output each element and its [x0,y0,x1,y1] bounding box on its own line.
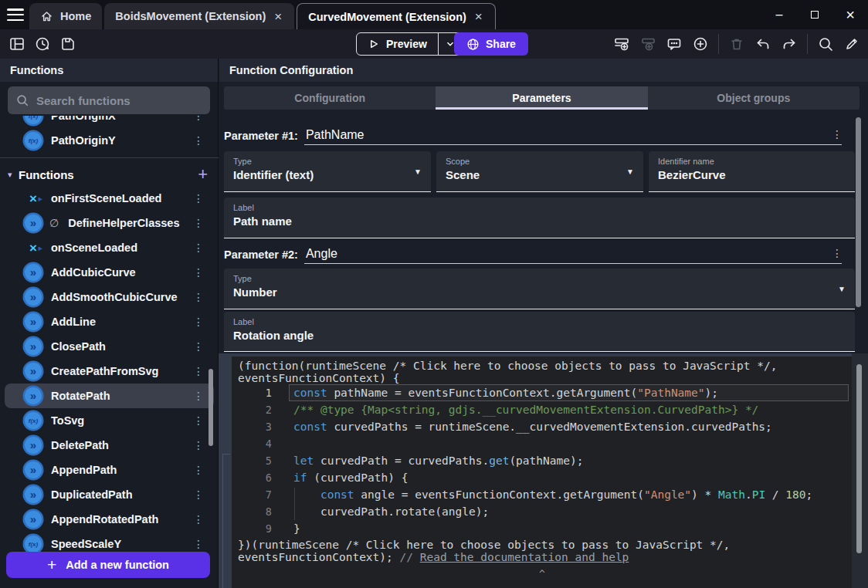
add-function-button[interactable]: + Add a new function [6,552,210,578]
parameters-scrollbar[interactable] [856,117,861,307]
function-list-item[interactable]: »AppendPath⋮ [5,458,214,482]
item-menu-button[interactable]: ⋮ [191,538,206,550]
version-history-icon[interactable] [34,35,51,52]
action-function-icon: » [25,511,42,528]
param1-identifier-field[interactable]: Identifier name BezierCurve [649,151,855,192]
parameter-1-name-input[interactable]: PathName [304,128,842,145]
tab-object-groups[interactable]: Object groups [648,86,860,110]
minimize-button[interactable]: – [761,0,797,29]
functions-section-header[interactable]: ▾Functions+ [0,163,219,186]
action-function-icon: » [25,461,42,478]
fx-glyph: f(x) [29,541,38,548]
item-menu-button[interactable]: ⋮ [191,464,206,476]
search-input[interactable] [36,94,202,107]
function-list-item[interactable]: ×▸onFirstSceneLoaded⋮ [5,186,214,211]
item-menu-button[interactable]: ⋮ [191,291,206,303]
code-line[interactable]: 4 [232,435,852,452]
add-comment-icon[interactable] [666,35,683,52]
maximize-button[interactable] [797,0,832,29]
sidebar-scrollbar[interactable] [209,369,213,446]
tab-curvedmovement[interactable]: CurvedMovement (Extension) × [297,3,496,29]
tab-home[interactable]: Home [29,3,102,29]
item-menu-button[interactable]: ⋮ [191,439,206,451]
add-other-event-icon[interactable] [692,35,709,52]
add-function-plus-icon[interactable]: + [198,166,208,183]
item-menu-button[interactable]: ⋮ [191,316,206,328]
action-function-icon: » [25,486,42,503]
code-scrollbar[interactable] [856,364,862,553]
function-list-item[interactable]: »ClosePath⋮ [5,334,214,359]
function-list-item[interactable]: »∅DefineHelperClasses⋮ [5,211,214,235]
param2-label-field[interactable]: Label Rotation angle [224,312,855,352]
search-icon[interactable] [817,35,834,52]
line-number: 2 [232,404,272,416]
code-line[interactable]: 1const pathName = eventsFunctionContext.… [232,384,852,401]
parameter-2-name-input[interactable]: Angle [304,247,842,264]
item-menu-button[interactable]: ⋮ [191,513,206,525]
close-window-button[interactable]: × [832,0,868,29]
tab-boidsmovement[interactable]: BoidsMovement (Extension) × [104,3,294,29]
item-menu-button[interactable]: ⋮ [191,488,206,501]
redo-icon[interactable] [781,35,798,52]
function-list-item[interactable]: f(x)ToSvg⋮ [5,408,214,433]
item-menu-button[interactable]: ⋮ [191,134,206,147]
function-list-item[interactable]: ×▸onSceneLoaded⋮ [5,235,214,260]
code-line[interactable]: 2/** @type {Map<string, gdjs.__curvedMov… [232,401,852,418]
tab-configuration[interactable]: Configuration [224,86,436,110]
function-list-item[interactable]: »CreatePathFromSvg⋮ [5,359,214,384]
function-list-item[interactable]: »AddCubicCurve⋮ [5,260,214,285]
tab-parameters[interactable]: Parameters [436,86,647,110]
param2-type-field[interactable]: Type Number ▼ [224,269,855,309]
item-menu-button[interactable]: ⋮ [191,266,206,279]
parameter-1-menu-button[interactable]: ⋮ [829,128,845,140]
function-list-item[interactable]: »DuplicatedPath⋮ [5,482,214,507]
function-list-item[interactable]: »AddSmoothCubicCurve⋮ [5,285,214,309]
collapse-triangle-icon[interactable]: ▾ [8,170,19,180]
project-manager-icon[interactable] [8,35,25,52]
search-field[interactable] [8,86,210,114]
param1-label-field[interactable]: Label Path name [224,198,855,238]
code-line[interactable]: 7 const angle = eventsFunctionContext.ge… [232,486,852,503]
item-menu-button[interactable]: ⋮ [191,116,206,122]
function-list-item[interactable]: f(x)PathOriginY⋮ [5,128,214,153]
function-list-item[interactable]: »RotatePath⋮ [5,384,214,408]
scroll-more-caret[interactable]: ^ [539,568,545,580]
javascript-code-editor[interactable]: (function(runtimeScene /* Click here to … [232,357,852,588]
function-list-item[interactable]: »AppendRotatedPath⋮ [5,507,214,532]
add-function-label: Add a new function [66,559,169,571]
item-menu-button[interactable]: ⋮ [191,365,206,377]
parameter-2-menu-button[interactable]: ⋮ [829,247,845,259]
tab-label: Home [60,10,91,22]
item-menu-button[interactable]: ⋮ [191,217,206,229]
lifecycle-function-icon: ×▸ [25,190,42,207]
code-line[interactable]: 6if (curvedPath) { [232,469,852,486]
edit-pen-icon[interactable] [843,35,860,52]
documentation-link[interactable]: Read the documentation and help [420,551,629,563]
main-menu-icon[interactable] [6,6,25,23]
function-list-item[interactable]: »AddLine⋮ [5,309,214,334]
code-line[interactable]: 9} [232,520,852,537]
item-menu-button[interactable]: ⋮ [191,340,206,353]
lifecycle-function-icon: ×▸ [25,239,42,256]
code-line[interactable]: 3const curvedPaths = runtimeScene.__curv… [232,418,852,435]
add-subevent-icon[interactable] [639,35,656,52]
param1-type-field[interactable]: Type Identifier (text) ▼ [224,151,431,192]
save-icon[interactable] [59,35,76,52]
undo-icon[interactable] [754,35,771,52]
param1-scope-field[interactable]: Scope Scene ▼ [436,151,643,192]
function-list-item[interactable]: f(x)PathOriginX⋮ [5,116,214,128]
delete-icon[interactable] [728,35,745,52]
chevrons-glyph: » [30,488,36,500]
preview-button[interactable]: Preview [357,33,438,55]
item-menu-button[interactable]: ⋮ [191,390,206,402]
item-menu-button[interactable]: ⋮ [191,414,206,427]
close-tab-icon[interactable]: × [473,10,484,23]
function-list-item[interactable]: »DeletePath⋮ [5,433,214,458]
code-line[interactable]: 5let curvedPath = curvedPaths.get(pathNa… [232,452,852,469]
add-event-icon[interactable] [613,35,630,52]
item-menu-button[interactable]: ⋮ [191,192,206,204]
code-line[interactable]: 8 curvedPath.rotate(angle); [232,503,852,520]
close-tab-icon[interactable]: × [273,10,283,23]
share-button[interactable]: Share [454,32,528,56]
item-menu-button[interactable]: ⋮ [191,242,206,254]
